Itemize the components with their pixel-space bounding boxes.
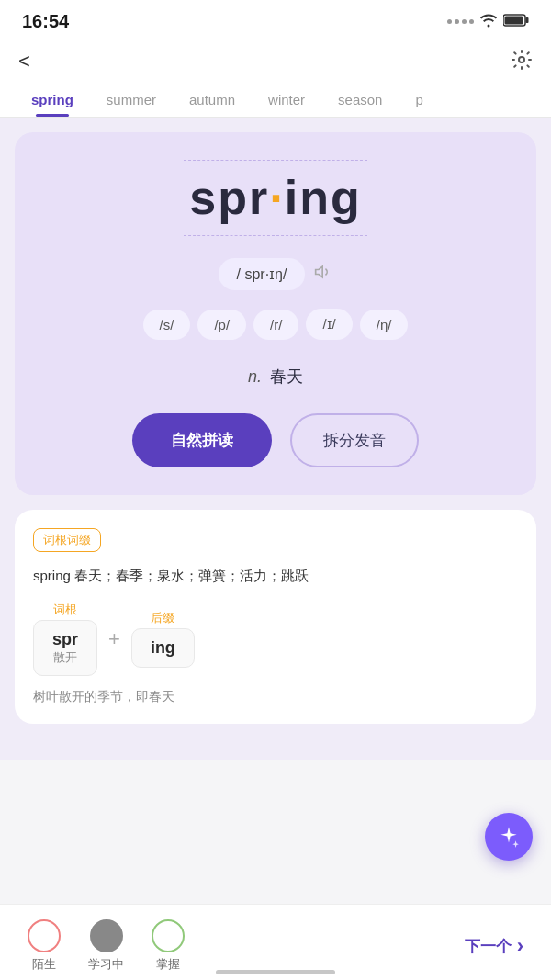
svg-rect-2 xyxy=(505,16,523,24)
gear-icon xyxy=(511,49,533,71)
definition-row: n. 春天 xyxy=(37,366,514,388)
pos: n. xyxy=(248,367,262,386)
tab-bar: spring summer autumn winter season p xyxy=(0,83,551,118)
status-learning[interactable]: 学习中 xyxy=(88,919,124,973)
status-time: 16:54 xyxy=(22,11,69,32)
phoneme-row: /s/ /p/ /r/ /ɪ/ /ŋ/ xyxy=(37,309,514,340)
battery-icon xyxy=(503,14,529,30)
top-nav: < xyxy=(0,39,551,83)
learning-label: 学习中 xyxy=(88,956,124,973)
root-box: spr 散开 xyxy=(33,620,97,676)
tab-winter[interactable]: winter xyxy=(252,83,321,117)
sparkle-icon xyxy=(497,825,521,849)
phoneme-s[interactable]: /s/ xyxy=(143,310,191,340)
unfamiliar-circle xyxy=(28,919,61,952)
word-dot: · xyxy=(269,171,284,224)
settings-button[interactable] xyxy=(511,49,533,73)
status-items: 陌生 学习中 掌握 xyxy=(28,919,185,973)
ai-fab-button[interactable] xyxy=(485,813,533,861)
dashes-bottom xyxy=(184,235,367,236)
unfamiliar-label: 陌生 xyxy=(32,956,56,973)
vocab-tag: 词根词缀 xyxy=(33,528,101,552)
mastered-label: 掌握 xyxy=(156,956,180,973)
etymology: 树叶散开的季节，即春天 xyxy=(33,689,518,705)
definition: 春天 xyxy=(270,367,303,386)
root-part: 词根 spr 散开 xyxy=(33,602,97,676)
home-indicator xyxy=(216,970,335,974)
dot1 xyxy=(447,19,452,24)
tab-more[interactable]: p xyxy=(399,83,439,117)
word-part1: spr xyxy=(189,171,269,224)
dashes-top xyxy=(184,160,367,161)
word-part2: ing xyxy=(285,171,362,224)
action-buttons: 自然拼读 拆分发音 xyxy=(37,413,514,467)
vocab-card: 词根词缀 spring 春天；春季；泉水；弹簧；活力；跳跃 词根 spr 散开 … xyxy=(15,510,536,724)
suffix-part: 后缀 ing xyxy=(131,610,195,668)
dot3 xyxy=(462,19,467,24)
tab-autumn[interactable]: autumn xyxy=(173,83,252,117)
tab-summer[interactable]: summer xyxy=(90,83,173,117)
dot4 xyxy=(469,19,474,24)
main-content: spr·ing / spr·ɪŋ/ /s/ /p/ /r/ /ɪ/ /ŋ/ n.… xyxy=(0,118,551,760)
phonetic-badge: / spr·ɪŋ/ xyxy=(219,258,306,290)
bottom-bar: 陌生 学习中 掌握 下一个 › xyxy=(0,904,551,980)
word-display: spr·ing xyxy=(37,160,514,236)
svg-point-3 xyxy=(519,57,524,62)
split-pronunciation-button[interactable]: 拆分发音 xyxy=(290,413,419,467)
wifi-icon xyxy=(479,13,498,31)
word-card: spr·ing / spr·ɪŋ/ /s/ /p/ /r/ /ɪ/ /ŋ/ n.… xyxy=(15,132,536,495)
back-button[interactable]: < xyxy=(18,50,30,73)
next-label: 下一个 xyxy=(465,936,512,957)
status-mastered[interactable]: 掌握 xyxy=(152,919,185,973)
svg-rect-1 xyxy=(526,17,529,23)
phoneme-r[interactable]: /r/ xyxy=(253,310,298,340)
tab-spring[interactable]: spring xyxy=(15,83,90,117)
status-bar: 16:54 xyxy=(0,0,551,39)
vocab-parts: 词根 spr 散开 + 后缀 ing xyxy=(33,602,518,676)
word-title: spr·ing xyxy=(189,172,361,224)
dot2 xyxy=(455,19,459,24)
phoneme-ng[interactable]: /ŋ/ xyxy=(360,310,409,340)
signal-dots xyxy=(447,19,474,24)
learning-circle xyxy=(90,919,123,952)
natural-reading-button[interactable]: 自然拼读 xyxy=(132,413,272,467)
vocab-main: spring 春天；春季；泉水；弹簧；活力；跳跃 xyxy=(33,565,518,587)
status-icons xyxy=(447,13,529,31)
plus-sign: + xyxy=(108,627,120,651)
phonetic-row: / spr·ɪŋ/ xyxy=(37,258,514,290)
tab-season[interactable]: season xyxy=(321,83,399,117)
next-arrow: › xyxy=(517,934,523,958)
svg-marker-4 xyxy=(316,266,323,277)
next-button[interactable]: 下一个 › xyxy=(465,934,523,958)
phoneme-p[interactable]: /p/ xyxy=(197,310,246,340)
status-unfamiliar[interactable]: 陌生 xyxy=(28,919,61,973)
suffix-box: ing xyxy=(131,628,195,668)
mastered-circle xyxy=(152,919,185,952)
sound-icon[interactable] xyxy=(314,263,332,286)
phoneme-i[interactable]: /ɪ/ xyxy=(306,309,352,340)
